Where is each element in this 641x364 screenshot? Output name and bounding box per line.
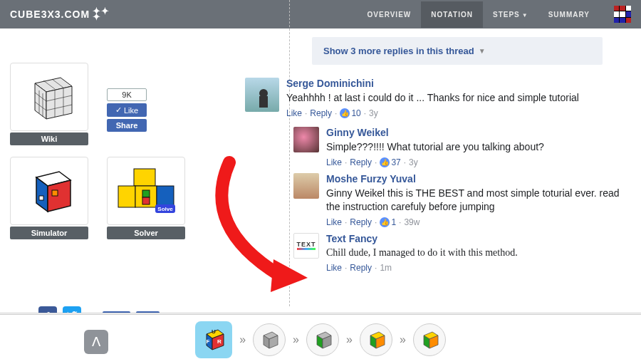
like-count[interactable]: 👍1 [380, 217, 396, 227]
avatar[interactable] [245, 78, 279, 112]
comment-age: 3y [409, 157, 418, 167]
comment: Serge Dominichini Yeahhhh ! at last i co… [245, 78, 632, 118]
like-count[interactable]: 👍37 [380, 157, 400, 167]
like-number: 37 [391, 157, 400, 167]
svg-marker-15 [48, 180, 71, 212]
reply-comment: Moshe Furzy Yuval Ginny Weikel this is T… [293, 173, 632, 227]
comment-text: Ginny Weikel this is THE BEST and most s… [326, 187, 632, 214]
logo-text: CUBE3X3.COM [10, 9, 90, 20]
svg-text:F: F [207, 338, 210, 345]
reply-link[interactable]: Reply [350, 263, 372, 273]
comment-author[interactable]: Moshe Furzy Yuval [326, 173, 632, 184]
step-4[interactable] [413, 323, 446, 356]
comment-text: Yeahhhh ! at last i could do it ... Than… [286, 91, 632, 105]
card-simulator[interactable]: Simulator [10, 157, 88, 239]
comment-meta: Like · Reply · 👍1 · 39w [326, 217, 632, 227]
like-count[interactable]: 👍10 [340, 108, 360, 118]
reply-link[interactable]: Reply [350, 217, 372, 227]
fb-like-button[interactable]: ✓Like [107, 103, 147, 117]
like-number: 10 [351, 108, 360, 118]
like-number: 1 [391, 217, 396, 227]
fb-count: 9K [107, 88, 147, 101]
step-3[interactable] [360, 323, 392, 356]
svg-rect-23 [142, 197, 150, 204]
comment-author[interactable]: Serge Dominichini [286, 78, 632, 89]
svg-rect-17 [39, 196, 43, 200]
site-logo[interactable]: CUBE3X3.COM ✦✦✦ [10, 9, 110, 20]
comment-age: 1m [380, 263, 392, 273]
step-notation[interactable]: UFR [195, 321, 232, 358]
card-wiki[interactable]: Wiki [10, 63, 88, 145]
svg-text:R: R [217, 338, 222, 345]
like-link[interactable]: Like [286, 108, 302, 118]
sidebar: Wiki 9K ✓Like Share Simulator Solve Solv… [10, 63, 188, 325]
step-separator: » [293, 333, 299, 346]
fb-like-box: 9K ✓Like Share [107, 88, 147, 132]
solver-image: Solve [107, 157, 185, 225]
reply-comment: TEXT Text Fancy Chill dude, I managed to… [293, 233, 632, 274]
card-solver[interactable]: Solve Solver [107, 157, 185, 239]
thumbs-up-icon: 👍 [380, 157, 390, 167]
comment-author[interactable]: Ginny Weikel [326, 127, 632, 138]
comment-age: 39w [404, 217, 419, 227]
reply-comment: Ginny Weikel Simple???!!!! What tutorial… [293, 127, 632, 167]
home-button[interactable]: ᐱ [84, 330, 108, 354]
comment-meta: Like · Reply · 👍10 · 3y [286, 108, 632, 118]
comment-age: 3y [369, 108, 378, 118]
solver-label: Solver [107, 227, 185, 239]
wiki-label: Wiki [10, 132, 88, 145]
reply-link[interactable]: Reply [350, 157, 372, 167]
like-link[interactable]: Like [326, 217, 342, 227]
show-more-replies[interactable]: Show 3 more replies in this thread ▼ [312, 37, 603, 65]
step-separator: » [239, 333, 246, 346]
chevron-down-icon: ▼ [479, 47, 486, 55]
avatar[interactable] [293, 173, 319, 199]
thread-divider [289, 0, 290, 306]
reply-link[interactable]: Reply [310, 108, 332, 118]
svg-rect-19 [118, 186, 135, 207]
svg-marker-2 [46, 86, 72, 119]
comment-author[interactable]: Text Fancy [326, 233, 632, 244]
comment-text: Chill dude, I managed to do it with this… [326, 246, 632, 260]
fb-like-label: Like [124, 106, 138, 115]
thumbs-up-icon: 👍 [340, 108, 350, 118]
avatar[interactable] [293, 127, 319, 152]
step-separator: » [400, 333, 406, 346]
comment-text: Simple???!!!! What tutorial are you talk… [326, 140, 632, 154]
svg-text:U: U [212, 328, 216, 335]
simulator-image [10, 157, 88, 225]
thumbs-up-icon: 👍 [380, 217, 390, 227]
svg-rect-22 [142, 190, 150, 197]
caret-icon: ᐱ [92, 334, 100, 350]
comments-thread: Show 3 more replies in this thread ▼ Ser… [291, 0, 632, 279]
wiki-image [10, 63, 88, 131]
like-link[interactable]: Like [326, 263, 342, 273]
checkmark-icon: ✓ [115, 105, 122, 115]
show-more-label: Show 3 more replies in this thread [323, 46, 474, 56]
step-separator: » [346, 333, 353, 346]
step-2[interactable] [306, 323, 339, 356]
svg-rect-27 [259, 96, 268, 108]
avatar[interactable]: TEXT [293, 233, 319, 259]
svg-text:Solve: Solve [157, 206, 173, 212]
svg-rect-16 [52, 190, 58, 196]
svg-rect-21 [157, 186, 174, 207]
fb-share-button[interactable]: Share [107, 119, 147, 132]
like-link[interactable]: Like [326, 157, 342, 167]
comment-meta: Like · Reply · 1m [326, 263, 632, 273]
step-1[interactable] [253, 323, 286, 356]
svg-rect-18 [134, 169, 155, 186]
sparkle-icon: ✦✦✦ [93, 9, 110, 20]
comment-meta: Like · Reply · 👍37 · 3y [326, 157, 632, 167]
simulator-label: Simulator [10, 227, 88, 239]
